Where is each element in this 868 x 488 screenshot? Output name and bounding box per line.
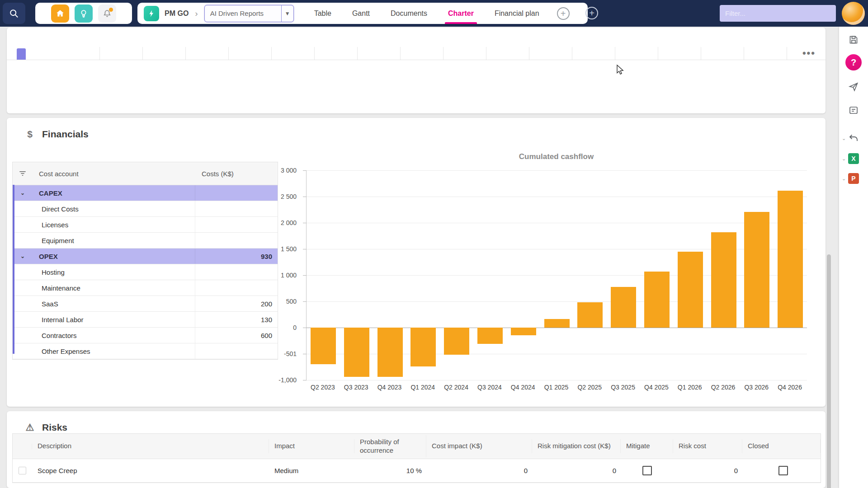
closed-checkbox[interactable] <box>778 466 788 475</box>
bar-q2-2023[interactable] <box>311 328 336 364</box>
help-icon: ? <box>845 54 862 70</box>
y-axis-label: 1 000 <box>281 272 297 279</box>
tab-charter[interactable]: Charter <box>438 3 484 24</box>
bar-q2-2026[interactable] <box>711 232 736 328</box>
add-view-button[interactable]: + <box>557 7 570 20</box>
chart-plot-area <box>306 170 807 380</box>
gridline <box>307 197 807 197</box>
filter-input[interactable] <box>720 5 836 22</box>
bar-q3-2023[interactable] <box>344 328 369 377</box>
breadcrumb-project[interactable]: PM GO <box>165 9 189 18</box>
cost-row-licenses[interactable]: Licenses <box>13 217 278 233</box>
send-button[interactable] <box>839 78 868 96</box>
bar-q3-2024[interactable] <box>477 328 503 344</box>
bar-q4-2026[interactable] <box>778 191 803 328</box>
cost-row-maintenance[interactable]: Maintenance <box>13 280 278 296</box>
bar-q4-2023[interactable] <box>377 328 403 377</box>
right-toolbar: ? ⌄ ⌄ X ⌄ P <box>839 27 868 488</box>
section-title: Financials <box>42 129 89 140</box>
cost-row-opex[interactable]: ⌄OPEX930 <box>13 249 278 264</box>
risks-section: ⚠ Risks DescriptionImpactProbability of … <box>7 411 826 488</box>
breadcrumb-chevron-icon: › <box>195 9 198 19</box>
user-avatar[interactable] <box>842 2 865 25</box>
cost-row-saas[interactable]: SaaS200 <box>13 296 278 312</box>
risk-cost: 0 <box>673 467 742 474</box>
vertical-scrollbar-thumb[interactable] <box>827 254 831 488</box>
cost-account-label: OPEX <box>33 249 195 264</box>
bar-q3-2025[interactable] <box>611 287 636 328</box>
chart-x-axis-labels: Q2 2023Q3 2023Q4 2023Q1 2024Q2 2024Q3 20… <box>306 384 807 394</box>
filter-column-button[interactable] <box>13 169 33 178</box>
cost-row-contractors[interactable]: Contractors600 <box>13 328 278 343</box>
powerpoint-export-button[interactable]: ⌄ P <box>839 169 868 188</box>
bar-q1-2026[interactable] <box>678 252 703 328</box>
cost-row-equipment[interactable]: Equipment <box>13 233 278 249</box>
tab-documents[interactable]: Documents <box>380 3 438 24</box>
column-header-costs[interactable]: Costs (K$) <box>195 170 278 178</box>
column-header-select[interactable] <box>13 444 32 449</box>
bar-q1-2024[interactable] <box>410 328 436 366</box>
cost-account-label: Equipment <box>33 233 195 248</box>
cost-table-header: Cost account Costs (K$) <box>13 162 278 185</box>
save-button[interactable] <box>839 31 868 49</box>
risk-row-scope-creep[interactable]: Scope CreepMedium10 %000 <box>13 459 821 483</box>
y-axis-label: -501 <box>284 350 297 357</box>
home-button[interactable] <box>51 5 69 23</box>
search-button[interactable] <box>3 3 25 24</box>
cost-row-capex[interactable]: ⌄CAPEX <box>13 185 278 201</box>
column-header-risk-mitigation-cost-k-[interactable]: Risk mitigation cost (K$) <box>532 439 621 453</box>
feedback-button[interactable] <box>839 101 868 119</box>
cost-row-other-expenses[interactable]: Other Expenses <box>13 343 278 359</box>
help-button[interactable]: ? <box>839 53 868 71</box>
column-header-probability-of-occurrence[interactable]: Probability of occurrence <box>354 435 426 458</box>
tick-mark <box>303 197 307 197</box>
chevron-down-icon[interactable]: ⌄ <box>13 190 33 196</box>
tab-table[interactable]: Table <box>304 3 342 24</box>
cost-row-internal-labor[interactable]: Internal Labor130 <box>13 312 278 328</box>
filter-icon <box>18 169 27 178</box>
bar-q2-2025[interactable] <box>577 302 603 328</box>
home-icon <box>55 9 65 19</box>
chevron-down-icon[interactable]: ⌄ <box>13 253 33 259</box>
undo-icon <box>848 133 859 144</box>
add-button[interactable]: + <box>585 7 598 19</box>
bar-q1-2025[interactable] <box>544 319 570 328</box>
column-header-cost-impact-k-[interactable]: Cost impact (K$) <box>426 439 532 453</box>
column-header-cost-account[interactable]: Cost account <box>33 170 195 178</box>
cost-row-hosting[interactable]: Hosting <box>13 264 278 280</box>
bar-q4-2024[interactable] <box>511 328 536 335</box>
x-axis-label: Q3 2025 <box>606 384 640 391</box>
report-dropdown-value: AI Driven Reports <box>205 9 281 17</box>
column-header-description[interactable]: Description <box>32 439 269 453</box>
column-header-impact[interactable]: Impact <box>269 439 354 453</box>
risks-table: DescriptionImpactProbability of occurren… <box>12 433 821 483</box>
bolt-icon <box>147 9 156 18</box>
ideas-button[interactable] <box>75 5 93 23</box>
tab-gantt[interactable]: Gantt <box>342 3 380 24</box>
more-menu-icon[interactable]: ••• <box>802 48 816 58</box>
excel-export-button[interactable]: ⌄ X <box>839 150 868 168</box>
risk-description: Scope Creep <box>32 467 269 474</box>
x-axis-label: Q3 2026 <box>740 384 773 391</box>
cost-value: 130 <box>195 316 278 324</box>
tick-mark <box>303 223 307 223</box>
bar-q3-2026[interactable] <box>744 212 769 328</box>
undo-button[interactable]: ⌄ <box>839 129 868 147</box>
bar-q2-2024[interactable] <box>444 328 469 355</box>
cost-row-direct-costs[interactable]: Direct Costs <box>13 201 278 217</box>
tick-mark <box>303 354 307 354</box>
gridline <box>307 380 807 380</box>
column-header-mitigate[interactable]: Mitigate <box>621 439 673 453</box>
report-dropdown[interactable]: AI Driven Reports ▼ <box>204 5 294 22</box>
row-select-checkbox[interactable] <box>19 467 26 474</box>
chart-title: Cumulated cashflow <box>306 152 807 161</box>
previous-section-card: ••• <box>7 28 826 113</box>
column-header-closed[interactable]: Closed <box>742 439 821 453</box>
chevron-down-icon: ⌄ <box>842 176 846 182</box>
notifications-button[interactable] <box>98 5 116 23</box>
column-header-risk-cost[interactable]: Risk cost <box>673 439 742 453</box>
mitigate-checkbox[interactable] <box>642 466 652 475</box>
tab-financial-plan[interactable]: Financial plan <box>484 3 550 24</box>
y-axis-label: -1,000 <box>278 376 297 384</box>
bar-q4-2025[interactable] <box>644 272 670 328</box>
